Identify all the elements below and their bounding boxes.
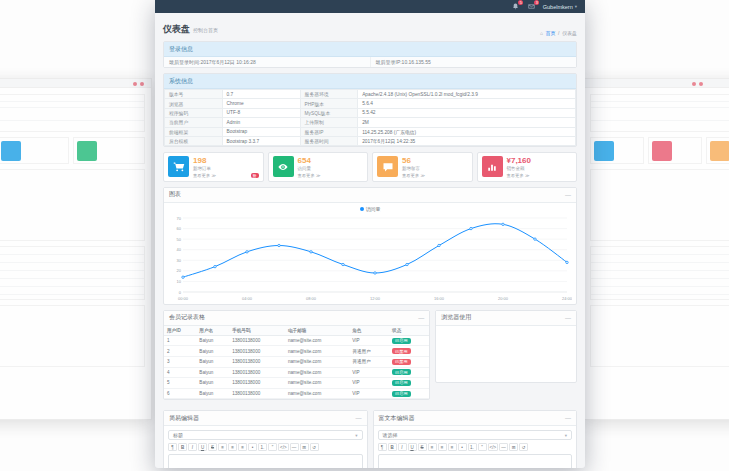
home-icon: ⌂: [540, 30, 543, 36]
quote-icon[interactable]: ”: [478, 443, 487, 451]
system-info-row: 版本号0.7服务器环境Apache/2.4.18 (Unix) OpenSSL/…: [165, 90, 576, 99]
legend-dot: [360, 207, 364, 211]
collapse-icon[interactable]: —: [565, 415, 571, 421]
align-center-icon[interactable]: ≡: [438, 443, 447, 451]
code-icon[interactable]: </>: [278, 443, 289, 451]
login-info-title: 登录信息: [164, 42, 576, 57]
browser-panel-header: 浏览器使用 —: [436, 311, 576, 326]
system-info-value: Apache/2.4.18 (Unix) OpenSSL/1.0.2l mod_…: [358, 90, 576, 99]
panel-title: 会员记录表格: [169, 313, 205, 322]
italic-icon[interactable]: I: [188, 443, 197, 451]
system-info-title: 系统信息: [164, 74, 576, 89]
table-icon[interactable]: ⊞: [300, 443, 309, 451]
template-select[interactable]: 请选择 ▾: [378, 430, 573, 440]
skeleton-table: [0, 94, 145, 132]
skeleton-chart: [0, 169, 145, 241]
unordered-list-icon[interactable]: •: [248, 443, 257, 451]
undo-icon[interactable]: ↺: [310, 443, 319, 451]
undo-icon[interactable]: ↺: [519, 443, 528, 451]
align-right-icon[interactable]: ≡: [238, 443, 247, 451]
bold-icon[interactable]: B: [388, 443, 397, 451]
ordered-list-icon[interactable]: 1.: [468, 443, 477, 451]
align-right-icon[interactable]: ≡: [448, 443, 457, 451]
rich-editor-panel: 富文本编辑器 — 请选择 ▾ ¶BIUS≡≡≡•1.”</>—⊞↺ 0/1000…: [373, 410, 578, 468]
email-cell: name@site.com: [285, 356, 349, 367]
phone-cell: 13800138000: [229, 335, 285, 346]
strikethrough-icon[interactable]: S: [418, 443, 427, 451]
panel-title: 图表: [169, 190, 181, 199]
view-more-link[interactable]: 查看更多 ≫: [507, 173, 530, 178]
ordered-list-icon[interactable]: 1.: [258, 443, 267, 451]
skeleton-card: [0, 137, 69, 164]
status-cell: 已启用: [389, 335, 429, 346]
stat-footer: 查看更多 ≫: [402, 173, 468, 178]
stat-icon: [710, 141, 729, 161]
skeleton-table: [590, 94, 729, 132]
collapse-icon[interactable]: —: [356, 415, 362, 421]
stat-value: 198: [193, 156, 259, 165]
email-cell: name@site.com: [285, 378, 349, 389]
stat-label: 销售金额: [507, 166, 573, 171]
editors-row: 简易编辑器 — 标题 ▾ ¶BIUS≡≡≡•1.”</>—⊞↺ 0/10000: [163, 410, 577, 468]
background-window-header: [0, 79, 151, 88]
strikethrough-icon[interactable]: S: [208, 443, 217, 451]
paragraph-icon[interactable]: ¶: [168, 443, 177, 451]
system-info-label: 后台模板: [165, 136, 223, 145]
stat-card-body: 198 新增订单 查看更多 ≫ 新: [193, 156, 259, 178]
system-info-label: 浏览器: [165, 99, 223, 108]
column-header: 用户ID: [164, 326, 196, 336]
align-left-icon[interactable]: ≡: [428, 443, 437, 451]
view-more-link[interactable]: 查看更多 ≫: [402, 173, 425, 178]
bell-icon[interactable]: 5: [511, 2, 520, 11]
stat-card-messages: 56 新增留言 查看更多 ≫: [372, 152, 473, 182]
system-info-label: 前端框架: [165, 127, 223, 136]
quote-icon[interactable]: ”: [268, 443, 277, 451]
background-window-right: [583, 78, 729, 420]
mail-icon[interactable]: 3: [527, 2, 536, 11]
svg-text:40: 40: [177, 247, 182, 252]
svg-text:70: 70: [177, 215, 182, 220]
stat-cards-row: 198 新增订单 查看更多 ≫ 新 654 访问量: [163, 152, 577, 182]
table-row: 5Baiyun13800138000name@site.comVIP已启用: [164, 378, 429, 389]
italic-icon[interactable]: I: [398, 443, 407, 451]
align-center-icon[interactable]: ≡: [228, 443, 237, 451]
user-menu[interactable]: Gubelmkern ▾: [543, 4, 577, 10]
skeleton-card: [648, 137, 702, 164]
table-icon[interactable]: ⊞: [509, 443, 518, 451]
paragraph-icon[interactable]: ¶: [378, 443, 387, 451]
view-more-link[interactable]: 查看更多 ≫: [193, 173, 216, 178]
hr-icon[interactable]: —: [499, 443, 508, 451]
skeleton-chart: [590, 169, 729, 241]
username-cell: Baiyun: [196, 335, 229, 346]
bold-icon[interactable]: B: [178, 443, 187, 451]
last-login-time: 最后登录时间:2017年6月12日 10:16:28: [164, 57, 370, 67]
system-info-value: 2017年6月12日 14:22:35: [358, 136, 576, 145]
code-icon[interactable]: </>: [488, 443, 499, 451]
stat-card-sales: ¥7,160 销售金额 查看更多 ≫: [477, 152, 578, 182]
system-info-table: 版本号0.7服务器环境Apache/2.4.18 (Unix) OpenSSL/…: [164, 89, 576, 146]
legend-label: 访问量: [366, 206, 381, 212]
align-left-icon[interactable]: ≡: [218, 443, 227, 451]
view-more-link[interactable]: 查看更多 ≫: [298, 173, 321, 178]
table-browser-row: 会员记录表格 — 用户ID用户名手机号码电子邮箱角色状态 1Baiyun1380…: [163, 310, 577, 406]
breadcrumb-home-link[interactable]: 首页: [546, 30, 556, 36]
underline-icon[interactable]: U: [198, 443, 207, 451]
unordered-list-icon[interactable]: •: [458, 443, 467, 451]
editor-body: 标题 ▾ ¶BIUS≡≡≡•1.”</>—⊞↺ 0/10000: [164, 426, 367, 468]
collapse-icon[interactable]: —: [565, 192, 571, 198]
stat-value: ¥7,160: [507, 156, 573, 165]
editor-toolbar: ¶BIUS≡≡≡•1.”</>—⊞↺: [168, 443, 363, 451]
system-info-label: 当前用户: [165, 118, 223, 127]
hr-icon[interactable]: —: [290, 443, 299, 451]
editor-textarea[interactable]: [168, 454, 363, 468]
stat-card-orders: 198 新增订单 查看更多 ≫ 新: [163, 152, 264, 182]
underline-icon[interactable]: U: [408, 443, 417, 451]
editor-panel-header: 简易编辑器 —: [164, 411, 367, 426]
editor-textarea[interactable]: [378, 454, 573, 468]
editor-panel-header: 富文本编辑器 —: [374, 411, 577, 426]
collapse-icon[interactable]: —: [565, 315, 571, 321]
collapse-icon[interactable]: —: [418, 315, 424, 321]
title-select[interactable]: 标题 ▾: [168, 430, 363, 440]
skeleton-box: [0, 305, 145, 367]
svg-text:20: 20: [177, 268, 182, 273]
